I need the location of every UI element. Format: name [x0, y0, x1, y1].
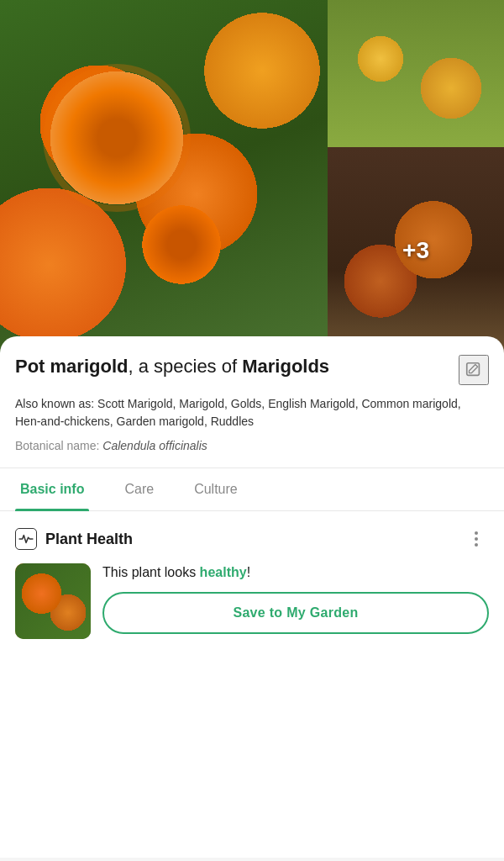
- aliases: Also known as: Scott Marigold, Marigold,…: [15, 395, 489, 430]
- plant-health-section: Plant Health This plant looks healthy! S…: [15, 511, 489, 654]
- health-text-area: This plant looks healthy! Save to My Gar…: [102, 563, 489, 634]
- edit-button[interactable]: [459, 355, 489, 385]
- more-options-button[interactable]: [464, 526, 489, 552]
- health-icon-box: [15, 528, 37, 550]
- info-card: Pot marigold, a species of Marigolds Als…: [0, 336, 504, 858]
- section-title-group: Plant Health: [15, 528, 133, 550]
- side-photo-bottom[interactable]: +3: [328, 147, 504, 353]
- plant-title: Pot marigold, a species of Marigolds: [15, 355, 459, 379]
- health-status-text: This plant looks healthy!: [102, 563, 489, 582]
- species-prefix: , a species of: [128, 356, 242, 377]
- botanical-name: Calendula officinalis: [102, 439, 207, 452]
- edit-icon: [465, 361, 483, 379]
- health-thumbnail[interactable]: [15, 563, 91, 639]
- aliases-label: Also known as:: [15, 397, 97, 410]
- save-to-garden-button[interactable]: Save to My Garden: [102, 592, 489, 634]
- plant-name: Pot marigold: [15, 356, 128, 377]
- section-header: Plant Health: [15, 526, 489, 552]
- health-prefix: This plant looks: [102, 565, 200, 579]
- main-photo[interactable]: [0, 0, 328, 353]
- section-title: Plant Health: [45, 531, 133, 548]
- more-photos-badge[interactable]: +3: [402, 237, 429, 264]
- tab-culture[interactable]: Culture: [174, 468, 258, 510]
- tabs: Basic info Care Culture: [0, 468, 504, 511]
- svg-rect-0: [467, 363, 480, 376]
- plant-title-row: Pot marigold, a species of Marigolds: [15, 355, 489, 385]
- side-photo-top[interactable]: [328, 0, 504, 147]
- tab-care[interactable]: Care: [104, 468, 174, 510]
- tab-basic-info[interactable]: Basic info: [0, 468, 104, 510]
- health-word: healthy: [200, 565, 247, 579]
- side-photos: +3: [328, 0, 504, 353]
- health-monitor-icon: [18, 533, 34, 545]
- dot-2: [475, 537, 478, 541]
- dot-3: [475, 543, 478, 547]
- botanical: Botanical name: Calendula officinalis: [15, 439, 489, 452]
- photo-grid: +3: [0, 0, 504, 353]
- health-content: This plant looks healthy! Save to My Gar…: [15, 563, 489, 639]
- health-suffix: !: [247, 565, 250, 579]
- plant-species: Marigolds: [242, 356, 329, 377]
- dot-1: [475, 531, 478, 535]
- botanical-label: Botanical name:: [15, 439, 102, 452]
